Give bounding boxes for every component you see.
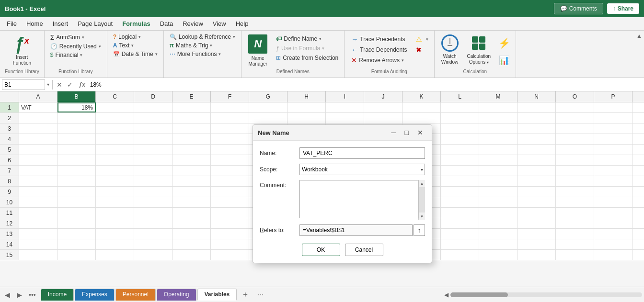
more-functions-button[interactable]: ⋯ More Functions ▾ (166, 50, 239, 58)
cell-c12[interactable] (96, 218, 134, 228)
autosum-button[interactable]: Σ AutoSum ▾ (46, 33, 105, 42)
cell-d5[interactable] (134, 145, 172, 155)
cell-n10[interactable] (518, 197, 556, 207)
cell-n2[interactable] (518, 113, 556, 123)
dialog-comment-textarea[interactable] (299, 180, 418, 218)
cell-o2[interactable] (556, 113, 594, 123)
cell-o7[interactable] (556, 166, 594, 176)
cell-k1[interactable] (402, 102, 441, 112)
cell-c5[interactable] (96, 145, 134, 155)
more-sheets-button[interactable]: ••• (26, 289, 39, 301)
name-box-dropdown-button[interactable]: ▾ (46, 82, 50, 87)
cell-n7[interactable] (518, 166, 556, 176)
cell-m12[interactable] (479, 218, 518, 228)
cell-n14[interactable] (518, 239, 556, 249)
cell-c4[interactable] (96, 134, 134, 144)
watch-window-button[interactable]: WatchWindow (438, 33, 461, 67)
cell-a10[interactable] (19, 197, 58, 207)
cell-d15[interactable] (134, 250, 172, 260)
cancel-entry-button[interactable]: ✕ (55, 80, 64, 89)
cell-c11[interactable] (96, 208, 134, 218)
sheet-tab-expenses[interactable]: Expenses (75, 289, 115, 301)
dialog-name-input[interactable] (299, 147, 425, 159)
cell-c9[interactable] (96, 187, 134, 197)
cell-a3[interactable] (19, 123, 58, 134)
col-header-p[interactable]: P (594, 91, 632, 102)
scroll-sheets-right-button[interactable]: ▶ (14, 289, 25, 301)
cell-n3[interactable] (518, 123, 556, 134)
date-time-button[interactable]: 📅 Date & Time ▾ (109, 50, 161, 58)
cell-m1[interactable] (479, 102, 518, 112)
scroll-down-button[interactable]: ▼ (419, 213, 426, 220)
cell-m8[interactable] (479, 176, 518, 186)
cell-f2[interactable] (211, 113, 249, 123)
cell-a6[interactable] (19, 155, 58, 165)
cell-p12[interactable] (594, 218, 632, 228)
cell-b2[interactable] (58, 113, 96, 123)
menu-item-file[interactable]: File (2, 18, 22, 29)
cell-d14[interactable] (134, 239, 172, 249)
cell-a9[interactable] (19, 187, 58, 197)
col-header-o[interactable]: O (556, 91, 594, 102)
cell-c6[interactable] (96, 155, 134, 165)
cell-p2[interactable] (594, 113, 632, 123)
cell-m2[interactable] (479, 113, 518, 123)
cell-h1[interactable] (288, 102, 326, 112)
cell-n9[interactable] (518, 187, 556, 197)
cell-m4[interactable] (479, 134, 518, 144)
cell-f4[interactable] (211, 134, 249, 144)
cell-f1[interactable] (211, 102, 249, 112)
cell-f3[interactable] (211, 123, 249, 134)
cell-l3[interactable] (441, 123, 479, 134)
cell-f7[interactable] (211, 166, 249, 176)
cell-e8[interactable] (172, 176, 211, 186)
cell-o6[interactable] (556, 155, 594, 165)
cell-a14[interactable] (19, 239, 58, 249)
cell-j2[interactable] (364, 113, 402, 123)
cell-o8[interactable] (556, 176, 594, 186)
cell-c2[interactable] (96, 113, 134, 123)
dialog-ok-button[interactable]: OK (302, 244, 340, 256)
cell-o11[interactable] (556, 208, 594, 218)
cell-b12[interactable] (58, 218, 96, 228)
cell-d10[interactable] (134, 197, 172, 207)
col-header-e[interactable]: E (172, 91, 211, 102)
cell-p13[interactable] (594, 229, 632, 239)
remove-arrows-button[interactable]: ✕ Remove Arrows ▾ (347, 56, 411, 65)
cell-p6[interactable] (594, 155, 632, 165)
create-from-selection-button[interactable]: ⊞ Create from Selection (273, 54, 341, 62)
cell-l10[interactable] (441, 197, 479, 207)
cell-d11[interactable] (134, 208, 172, 218)
cell-g2[interactable] (249, 113, 288, 123)
evaluate-formula-button[interactable]: ✖ (413, 45, 431, 55)
cell-g1[interactable] (249, 102, 288, 112)
cell-b11[interactable] (58, 208, 96, 218)
cell-f15[interactable] (211, 250, 249, 260)
cell-l13[interactable] (441, 229, 479, 239)
cell-e10[interactable] (172, 197, 211, 207)
cell-b15[interactable] (58, 250, 96, 260)
cell-p1[interactable] (594, 102, 632, 112)
cell-d2[interactable] (134, 113, 172, 123)
cell-c7[interactable] (96, 166, 134, 176)
cell-b9[interactable] (58, 187, 96, 197)
cell-e5[interactable] (172, 145, 211, 155)
cell-n11[interactable] (518, 208, 556, 218)
col-header-m[interactable]: M (479, 91, 518, 102)
cell-b1[interactable]: 18% (58, 102, 96, 112)
recently-used-button[interactable]: 🕐 Recently Used ▾ (46, 42, 105, 51)
cell-e14[interactable] (172, 239, 211, 249)
col-header-i[interactable]: I (326, 91, 364, 102)
cell-c3[interactable] (96, 123, 134, 134)
cell-l5[interactable] (441, 145, 479, 155)
cell-a15[interactable] (19, 250, 58, 260)
calculation-options-button[interactable]: CalculationOptions ▾ (464, 33, 494, 67)
cell-m14[interactable] (479, 239, 518, 249)
cell-b3[interactable] (58, 123, 96, 134)
cell-l1[interactable] (441, 102, 479, 112)
menu-item-insert[interactable]: Insert (48, 18, 73, 29)
cell-n4[interactable] (518, 134, 556, 144)
cell-o12[interactable] (556, 218, 594, 228)
trace-dependents-button[interactable]: ← Trace Dependents (347, 45, 411, 55)
sheet-options-button[interactable]: ⋯ (255, 290, 266, 300)
